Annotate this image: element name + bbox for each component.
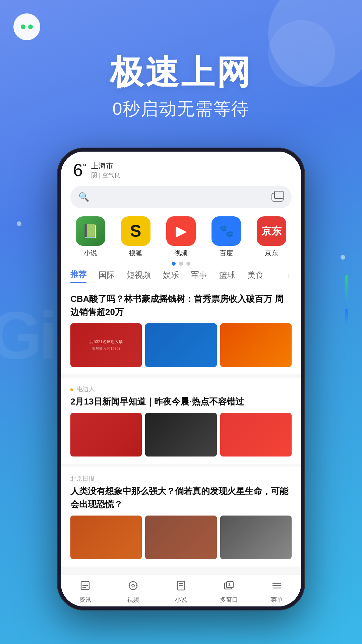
app-icon-jd: 京东 xyxy=(257,216,286,246)
nav-icon-news xyxy=(80,580,90,594)
search-icon: 🔍 xyxy=(78,192,89,202)
news-item-1[interactable]: CBA酸了吗？林书豪成摇钱树：首秀票房收入破百万 周边销售超20万 共5321名… xyxy=(61,285,301,374)
news-img-1-3 xyxy=(220,323,292,367)
news-img-1-1: 共5321名球迷入场 票房收入约103万 xyxy=(70,323,142,367)
deco-bar-right-2 xyxy=(345,309,348,325)
nav-icon-menu xyxy=(272,580,282,594)
app-item-jd[interactable]: 京东 京东 xyxy=(257,216,286,258)
nav-label-novel: 小说 xyxy=(175,596,187,604)
phone-screen: 6° 上海市 阴 | 空气良 🔍 xyxy=(61,152,301,606)
app-label-jd: 京东 xyxy=(265,249,278,258)
news-item-2[interactable]: 屯边人 2月13日新闻早知道｜昨夜今晨·热点不容错过 xyxy=(61,378,301,464)
news-item-3[interactable]: 北京日报 人类没有想象中那么强大？倘若真的发现火星生命，可能会出现恐慌？ xyxy=(61,467,301,567)
news-images-1: 共5321名球迷入场 票房收入约103万 xyxy=(70,323,292,367)
nav-item-news[interactable]: 资讯 xyxy=(61,580,109,604)
screen-content: 6° 上海市 阴 | 空气良 🔍 xyxy=(61,152,301,606)
tab-shortvideo[interactable]: 短视频 xyxy=(127,270,151,282)
nav-icon-novel xyxy=(176,580,186,594)
news-images-3 xyxy=(70,516,292,559)
app-icon-baidu: 🐾 xyxy=(212,216,241,246)
app-icon-video: ▶ xyxy=(166,216,196,246)
svg-point-5 xyxy=(132,584,134,587)
news-tabs: 推荐 国际 短视频 娱乐 军事 篮球 美食 + xyxy=(61,267,301,285)
news-images-2 xyxy=(70,413,292,457)
nav-item-novel[interactable]: 小说 xyxy=(157,580,205,604)
nav-label-multiwindow: 多窗口 xyxy=(220,596,238,604)
news-source-2: 屯边人 xyxy=(70,385,292,393)
nav-item-video[interactable]: 视频 xyxy=(109,580,157,604)
tab-add-button[interactable]: + xyxy=(286,271,292,281)
dot-3 xyxy=(186,262,190,266)
news-headline-1: CBA酸了吗？林书豪成摇钱树：首秀票房收入破百万 周边销售超20万 xyxy=(70,292,292,319)
deco-bar-right xyxy=(345,275,348,302)
tab-international[interactable]: 国际 xyxy=(99,270,115,282)
app-label-sohu: 搜狐 xyxy=(129,249,142,258)
nav-icon-video xyxy=(128,580,138,594)
bottom-nav: 资讯 视频 xyxy=(61,575,301,606)
hero-subtitle: 0秒启动无需等待 xyxy=(0,97,362,121)
app-item-video[interactable]: ▶ 视频 xyxy=(166,216,196,258)
dot-1 xyxy=(172,262,176,266)
hero-section: 极速上网 0秒启动无需等待 xyxy=(0,54,362,121)
search-bar[interactable]: 🔍 xyxy=(70,186,292,208)
robot-eyes xyxy=(21,24,33,29)
weather-description: 阴 | 空气良 xyxy=(91,171,120,179)
tab-entertainment[interactable]: 娱乐 xyxy=(163,270,179,282)
city-info: 上海市 阴 | 空气良 xyxy=(91,161,120,179)
news-img-3-1 xyxy=(70,516,142,559)
page-dots xyxy=(61,262,301,266)
weather-bar: 6° 上海市 阴 | 空气良 xyxy=(61,152,301,183)
nav-item-menu[interactable]: 菜单 xyxy=(253,580,301,604)
tab-switch-icon[interactable] xyxy=(272,193,284,202)
app-item-novel[interactable]: 📗 小说 xyxy=(76,216,105,258)
app-item-baidu[interactable]: 🐾 百度 xyxy=(212,216,241,258)
deco-dot-right xyxy=(341,255,345,260)
news-headline-2: 2月13日新闻早知道｜昨夜今晨·热点不容错过 xyxy=(70,395,292,408)
nav-icon-multiwindow: 1 xyxy=(224,580,234,594)
robot-eye-right xyxy=(28,24,33,29)
app-logo[interactable] xyxy=(13,13,40,40)
degree-symbol: ° xyxy=(83,162,86,172)
nav-label-menu: 菜单 xyxy=(271,596,283,604)
city-name: 上海市 xyxy=(91,161,120,171)
app-label-video: 视频 xyxy=(174,249,188,258)
tab-recommend[interactable]: 推荐 xyxy=(70,269,86,283)
app-icon-novel: 📗 xyxy=(76,216,105,246)
tab-basketball[interactable]: 篮球 xyxy=(219,270,235,282)
deco-dot-left xyxy=(17,221,21,226)
nav-item-multiwindow[interactable]: 1 多窗口 xyxy=(205,580,253,604)
app-icons-row: 📗 小说 S 搜狐 ▶ 视频 xyxy=(61,214,301,259)
source-dot-2 xyxy=(70,388,73,391)
news-source-3: 北京日报 xyxy=(70,475,292,483)
robot-eye-left xyxy=(21,24,25,29)
news-img-3-2 xyxy=(145,516,217,559)
phone-frame: 6° 上海市 阴 | 空气良 🔍 xyxy=(57,148,305,610)
news-img-3-3 xyxy=(220,516,292,559)
news-img-2-1 xyxy=(70,413,142,457)
news-feed: CBA酸了吗？林书豪成摇钱树：首秀票房收入破百万 周边销售超20万 共5321名… xyxy=(61,285,301,575)
tab-food[interactable]: 美食 xyxy=(247,270,263,282)
app-label-baidu: 百度 xyxy=(220,249,233,258)
app-icon-sohu: S xyxy=(121,216,150,246)
app-label-novel: 小说 xyxy=(84,249,97,258)
app-item-sohu[interactable]: S 搜狐 xyxy=(121,216,150,258)
news-img-2-2 xyxy=(145,413,217,457)
temperature: 6° xyxy=(73,161,86,179)
nav-label-news: 资讯 xyxy=(79,596,91,604)
tab-military[interactable]: 军事 xyxy=(191,270,207,282)
svg-text:1: 1 xyxy=(228,583,230,586)
hero-title: 极速上网 xyxy=(0,54,362,91)
news-headline-3: 人类没有想象中那么强大？倘若真的发现火星生命，可能会出现恐慌？ xyxy=(70,485,292,511)
news-img-2-3 xyxy=(220,413,292,457)
phone-mockup: 6° 上海市 阴 | 空气良 🔍 xyxy=(57,148,305,610)
nav-label-video: 视频 xyxy=(127,596,139,604)
news-img-1-2 xyxy=(145,323,217,367)
dot-2 xyxy=(179,262,183,266)
